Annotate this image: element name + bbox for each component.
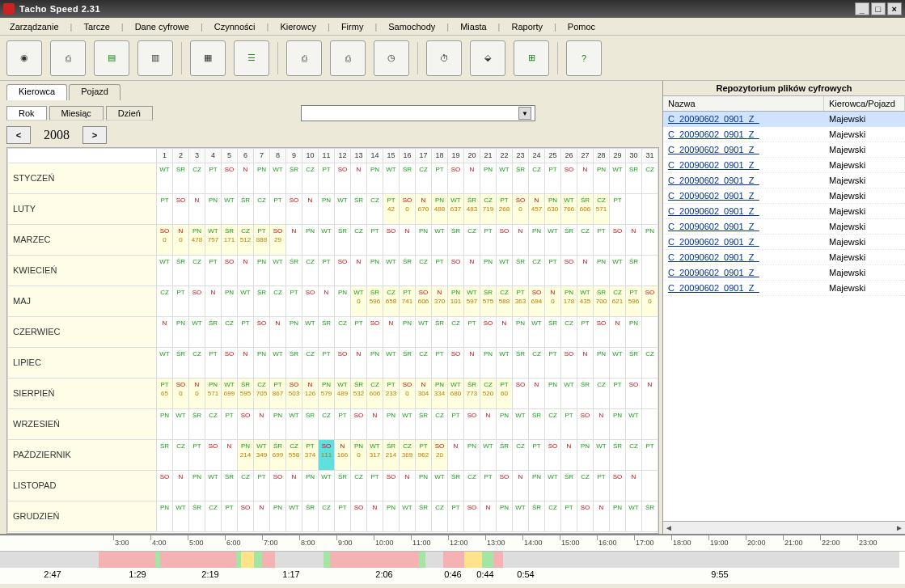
cell-CZERWIEC-22[interactable]: N — [497, 317, 513, 348]
cell-CZERWIEC-12[interactable]: CZ — [335, 317, 351, 348]
cell-LUTY-17[interactable]: N 670 — [416, 194, 432, 225]
cell-SIERPIEŃ-13[interactable]: ŚR 532 — [351, 379, 367, 409]
repo-hscrollbar[interactable]: ◄ ► — [663, 521, 905, 534]
cell-KWIECIEŃ-2[interactable]: ŚR — [173, 256, 189, 286]
cell-SIERPIEŃ-22[interactable]: PT 60 — [497, 379, 513, 409]
cell-WRZESIEŃ-2[interactable]: WT — [173, 409, 189, 440]
cell-LUTY-18[interactable]: PN 488 — [432, 194, 448, 225]
cell-LISTOPAD-24[interactable]: PN — [529, 471, 545, 501]
cell-MAJ-3[interactable]: SO — [189, 286, 205, 317]
cell-GRUDZIEŃ-9[interactable]: WT — [286, 501, 302, 532]
cell-LIPIEC-25[interactable]: PT — [545, 348, 561, 379]
cell-GRUDZIEŃ-12[interactable]: PT — [335, 501, 351, 532]
cell-MARZEC-4[interactable]: WT 757 — [205, 225, 222, 256]
cell-SIERPIEŃ-2[interactable]: SO 0 — [173, 379, 189, 409]
cell-LIPIEC-31[interactable]: CZ — [642, 348, 658, 379]
cell-SIERPIEŃ-28[interactable]: CZ — [594, 379, 610, 409]
cell-WRZESIEŃ-26[interactable]: PT — [561, 409, 577, 440]
cell-LIPIEC-14[interactable]: PN — [367, 348, 383, 379]
cell-LISTOPAD-28[interactable]: PT — [594, 471, 610, 501]
cell-WRZESIEŃ-1[interactable]: PN — [157, 409, 173, 440]
cell-CZERWIEC-25[interactable]: ŚR — [545, 317, 561, 348]
cell-MARZEC-22[interactable]: SO — [497, 225, 513, 256]
cell-PAŹDZIERNIK-27[interactable]: PN — [577, 440, 594, 471]
cell-MAJ-7[interactable]: ŚR — [254, 286, 270, 317]
cell-SIERPIEŃ-14[interactable]: CZ 606 — [367, 379, 383, 409]
cell-LISTOPAD-6[interactable]: CZ — [238, 471, 254, 501]
cell-GRUDZIEŃ-11[interactable]: CZ — [319, 501, 335, 532]
cell-LUTY-29[interactable]: PT — [610, 194, 626, 225]
repo-row[interactable]: C_20090602_0901_Z_ Majewski — [663, 112, 905, 127]
cell-STYCZEŃ-4[interactable]: PT — [205, 163, 222, 194]
cell-STYCZEŃ-22[interactable]: WT — [497, 163, 513, 194]
cell-PAŹDZIERNIK-4[interactable]: SO — [205, 440, 222, 471]
cell-PAŹDZIERNIK-31[interactable]: PT — [642, 440, 658, 471]
cell-LIPIEC-2[interactable]: ŚR — [173, 348, 189, 379]
cell-LIPIEC-26[interactable]: SO — [561, 348, 577, 379]
cell-LIPIEC-11[interactable]: PT — [319, 348, 335, 379]
cell-MARZEC-19[interactable]: ŚR — [448, 225, 464, 256]
cell-LUTY-24[interactable]: N 457 — [529, 194, 545, 225]
cell-SIERPIEŃ-8[interactable]: PT 867 — [270, 379, 286, 409]
cell-GRUDZIEŃ-6[interactable]: SO — [238, 501, 254, 532]
cell-MARZEC-16[interactable]: N — [400, 225, 416, 256]
cell-LISTOPAD-22[interactable]: SO — [497, 471, 513, 501]
cell-LIPIEC-30[interactable]: ŚR — [626, 348, 642, 379]
cell-SIERPIEŃ-3[interactable]: N 0 — [189, 379, 205, 409]
repo-row[interactable]: C_20090602_0901_Z_ Majewski — [663, 188, 905, 204]
cell-LIPIEC-27[interactable]: N — [577, 348, 594, 379]
cell-LIPIEC-20[interactable]: N — [464, 348, 480, 379]
cell-MAJ-10[interactable]: SO — [302, 286, 319, 317]
repo-row[interactable]: C_20090602_0901_Z_ Majewski — [663, 158, 905, 173]
cell-WRZESIEŃ-28[interactable]: N — [594, 409, 610, 440]
cell-LISTOPAD-25[interactable]: WT — [545, 471, 561, 501]
cell-LIPIEC-16[interactable]: ŚR — [400, 348, 416, 379]
cell-WRZESIEŃ-19[interactable]: PT — [448, 409, 464, 440]
cell-SIERPIEŃ-29[interactable]: PT — [610, 379, 626, 409]
cell-KWIECIEŃ-5[interactable]: SO — [222, 256, 238, 286]
toolbar-help-button[interactable]: ? — [566, 40, 602, 76]
menu-firmy[interactable]: Firmy — [335, 20, 370, 33]
cell-GRUDZIEŃ-25[interactable]: CZ — [545, 501, 561, 532]
minimize-button[interactable]: _ — [855, 2, 869, 15]
cell-LIPIEC-3[interactable]: CZ — [189, 348, 205, 379]
cell-KWIECIEŃ-28[interactable]: PN — [594, 256, 610, 286]
cell-LUTY-3[interactable]: N — [189, 194, 205, 225]
cell-CZERWIEC-20[interactable]: PT — [464, 317, 480, 348]
cell-MAJ-24[interactable]: SO 694 — [529, 286, 545, 317]
cell-CZERWIEC-1[interactable]: N — [157, 317, 173, 348]
repo-row[interactable]: C_20090602_0901_Z_ Majewski — [663, 281, 905, 296]
cell-PAŹDZIERNIK-12[interactable]: N 166 — [335, 440, 351, 471]
cell-STYCZEŃ-27[interactable]: N — [577, 163, 594, 194]
toolbar-table-plus-button[interactable]: ⊞ — [514, 40, 549, 76]
cell-MAJ-28[interactable]: ŚR 700 — [594, 286, 610, 317]
cell-LISTOPAD-14[interactable]: PT — [367, 471, 383, 501]
cell-WRZESIEŃ-30[interactable]: WT — [626, 409, 642, 440]
cell-CZERWIEC-23[interactable]: PN — [513, 317, 529, 348]
cell-PAŹDZIERNIK-15[interactable]: ŚR 214 — [383, 440, 400, 471]
cell-KWIECIEŃ-7[interactable]: PN — [254, 256, 270, 286]
cell-PAŹDZIERNIK-1[interactable]: ŚR — [157, 440, 173, 471]
cell-SIERPIEŃ-16[interactable]: SO 0 — [400, 379, 416, 409]
cell-PAŹDZIERNIK-2[interactable]: CZ — [173, 440, 189, 471]
cell-CZERWIEC-2[interactable]: PN — [173, 317, 189, 348]
cell-PAŹDZIERNIK-3[interactable]: PT — [189, 440, 205, 471]
cell-WRZESIEŃ-16[interactable]: WT — [400, 409, 416, 440]
cell-MARZEC-27[interactable]: CZ — [577, 225, 594, 256]
cell-LIPIEC-18[interactable]: PT — [432, 348, 448, 379]
cell-STYCZEŃ-13[interactable]: N — [351, 163, 367, 194]
cell-SIERPIEŃ-27[interactable]: ŚR — [577, 379, 594, 409]
cell-LUTY-22[interactable]: PT 268 — [497, 194, 513, 225]
cell-SIERPIEŃ-12[interactable]: WT 489 — [335, 379, 351, 409]
cell-KWIECIEŃ-6[interactable]: N — [238, 256, 254, 286]
cell-LISTOPAD-23[interactable]: N — [513, 471, 529, 501]
cell-PAŹDZIERNIK-13[interactable]: PN 0 — [351, 440, 367, 471]
cell-LISTOPAD-9[interactable]: N — [286, 471, 302, 501]
cell-GRUDZIEŃ-18[interactable]: CZ — [432, 501, 448, 532]
scroll-right-icon[interactable]: ► — [895, 523, 903, 532]
cell-CZERWIEC-14[interactable]: SO — [367, 317, 383, 348]
repo-row[interactable]: C_20090602_0901_Z_ Majewski — [663, 219, 905, 235]
cell-STYCZEŃ-29[interactable]: WT — [610, 163, 626, 194]
cell-GRUDZIEŃ-17[interactable]: ŚR — [416, 501, 432, 532]
cell-LIPIEC-10[interactable]: CZ — [302, 348, 319, 379]
